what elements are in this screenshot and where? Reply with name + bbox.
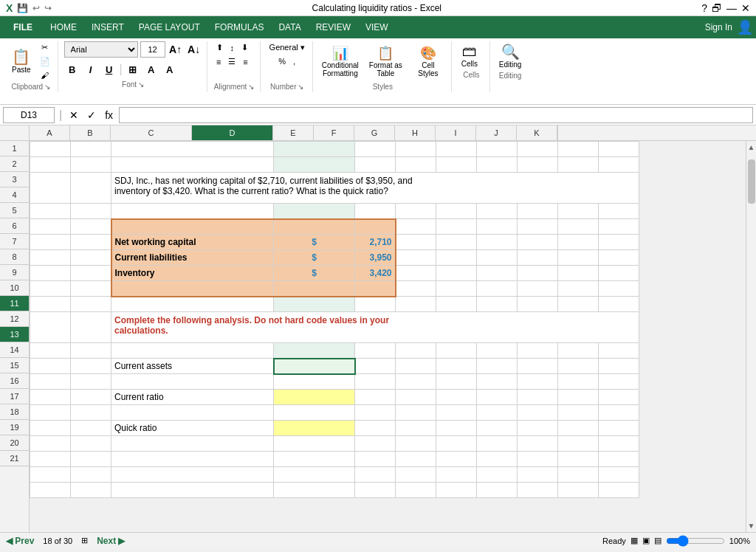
- cell-F1[interactable]: [396, 142, 436, 157]
- cell-K21[interactable]: [599, 483, 639, 498]
- cell-G10[interactable]: [436, 297, 477, 312]
- cell-H10[interactable]: [477, 297, 518, 312]
- cell-A19[interactable]: [30, 452, 71, 467]
- border-btn[interactable]: ⊞: [125, 61, 141, 77]
- cell-D13-active[interactable]: [274, 359, 355, 374]
- align-center-btn[interactable]: ☰: [225, 55, 238, 68]
- cell-G6[interactable]: [436, 235, 477, 250]
- cell-C15[interactable]: Current ratio: [111, 390, 274, 405]
- cell-J17[interactable]: [558, 421, 599, 436]
- cell-C7[interactable]: Current liabilities: [111, 250, 274, 266]
- col-header-K[interactable]: K: [517, 125, 557, 140]
- cell-G5[interactable]: [436, 219, 477, 235]
- cell-E8[interactable]: 3,420: [355, 266, 396, 281]
- cell-D18[interactable]: [274, 436, 355, 452]
- cell-C13[interactable]: Current assets: [111, 359, 274, 374]
- cell-A9[interactable]: [30, 281, 71, 297]
- scroll-up-btn[interactable]: ▲: [748, 141, 755, 153]
- cell-A6[interactable]: [30, 235, 71, 250]
- cell-B7[interactable]: [71, 250, 111, 266]
- cell-J13[interactable]: [558, 359, 599, 374]
- row-num-20[interactable]: 20: [0, 435, 29, 451]
- cell-F16[interactable]: [396, 405, 436, 421]
- copy-btn[interactable]: 📄: [37, 55, 53, 68]
- cells-btn[interactable]: 🗃 Cells: [458, 41, 481, 69]
- row-num-2[interactable]: 2: [0, 156, 29, 172]
- col-header-I[interactable]: I: [436, 125, 476, 140]
- row-num-9[interactable]: 9: [0, 265, 29, 280]
- alignment-expand[interactable]: ↘: [248, 83, 254, 91]
- cell-I13[interactable]: [518, 359, 558, 374]
- col-header-C[interactable]: C: [111, 125, 192, 140]
- cell-J9[interactable]: [558, 281, 599, 297]
- cell-F8[interactable]: [396, 266, 436, 281]
- row-num-6[interactable]: 6: [0, 218, 29, 234]
- cell-D7[interactable]: $: [274, 250, 355, 266]
- cell-C6[interactable]: Net working capital: [111, 235, 274, 250]
- cell-H6[interactable]: [477, 235, 518, 250]
- cell-D10[interactable]: [274, 297, 355, 312]
- paste-btn[interactable]: 📋 Paste: [9, 48, 34, 75]
- cell-A13[interactable]: [30, 359, 71, 374]
- cell-C10[interactable]: [111, 297, 274, 312]
- row-num-11[interactable]: 11: [0, 296, 29, 311]
- cell-B21[interactable]: [71, 483, 111, 498]
- cell-A14[interactable]: [30, 374, 71, 390]
- fill-color-btn[interactable]: A: [143, 61, 159, 77]
- cell-E10[interactable]: [355, 297, 396, 312]
- cell-B16[interactable]: [71, 405, 111, 421]
- cell-K7[interactable]: [599, 250, 639, 266]
- cell-B11[interactable]: [71, 312, 111, 343]
- cell-I16[interactable]: [518, 405, 558, 421]
- redo-icon[interactable]: ↪: [44, 3, 52, 13]
- format-painter-btn[interactable]: 🖌: [37, 69, 53, 81]
- cell-C5[interactable]: [111, 219, 274, 235]
- font-grow-btn[interactable]: A↑: [168, 41, 184, 58]
- cancel-formula-btn[interactable]: ✕: [66, 108, 81, 123]
- cell-G18[interactable]: [436, 436, 477, 452]
- cell-J12[interactable]: [558, 343, 599, 359]
- row-num-19[interactable]: 19: [0, 420, 29, 435]
- cell-H8[interactable]: [477, 266, 518, 281]
- cell-K13[interactable]: [599, 359, 639, 374]
- cell-F7[interactable]: [396, 250, 436, 266]
- cell-E21[interactable]: [355, 483, 396, 498]
- cell-E6[interactable]: 2,710: [355, 235, 396, 250]
- cell-J21[interactable]: [558, 483, 599, 498]
- col-header-G[interactable]: G: [354, 125, 395, 140]
- cell-D1[interactable]: [274, 142, 355, 157]
- cell-F10[interactable]: [396, 297, 436, 312]
- cell-B1[interactable]: [71, 142, 111, 157]
- cell-J2[interactable]: [558, 157, 599, 173]
- cell-H9[interactable]: [477, 281, 518, 297]
- cell-H1[interactable]: [477, 142, 518, 157]
- percent-btn[interactable]: %: [275, 55, 289, 67]
- restore-btn[interactable]: 🗗: [712, 2, 722, 14]
- cell-I9[interactable]: [518, 281, 558, 297]
- cell-H5[interactable]: [477, 219, 518, 235]
- cell-D2[interactable]: [274, 157, 355, 173]
- cell-I19[interactable]: [518, 452, 558, 467]
- col-header-H[interactable]: H: [395, 125, 436, 140]
- cell-B3[interactable]: [71, 173, 111, 204]
- cell-C4[interactable]: [111, 204, 274, 219]
- cell-K9[interactable]: [599, 281, 639, 297]
- italic-btn[interactable]: I: [83, 61, 99, 77]
- menu-home[interactable]: HOME: [43, 19, 84, 35]
- cell-F15[interactable]: [396, 390, 436, 405]
- cell-I2[interactable]: [518, 157, 558, 173]
- cell-C1[interactable]: [111, 142, 274, 157]
- cell-E4[interactable]: [355, 204, 396, 219]
- align-left-btn[interactable]: ≡: [213, 55, 224, 68]
- cell-D4[interactable]: [274, 204, 355, 219]
- cell-G14[interactable]: [436, 374, 477, 390]
- cell-G8[interactable]: [436, 266, 477, 281]
- cell-B6[interactable]: [71, 235, 111, 250]
- cell-C17[interactable]: Quick ratio: [111, 421, 274, 436]
- cell-K2[interactable]: [599, 157, 639, 173]
- cell-A5[interactable]: [30, 219, 71, 235]
- cell-B12[interactable]: [71, 343, 111, 359]
- cell-E16[interactable]: [355, 405, 396, 421]
- cell-E18[interactable]: [355, 436, 396, 452]
- cell-A21[interactable]: [30, 483, 71, 498]
